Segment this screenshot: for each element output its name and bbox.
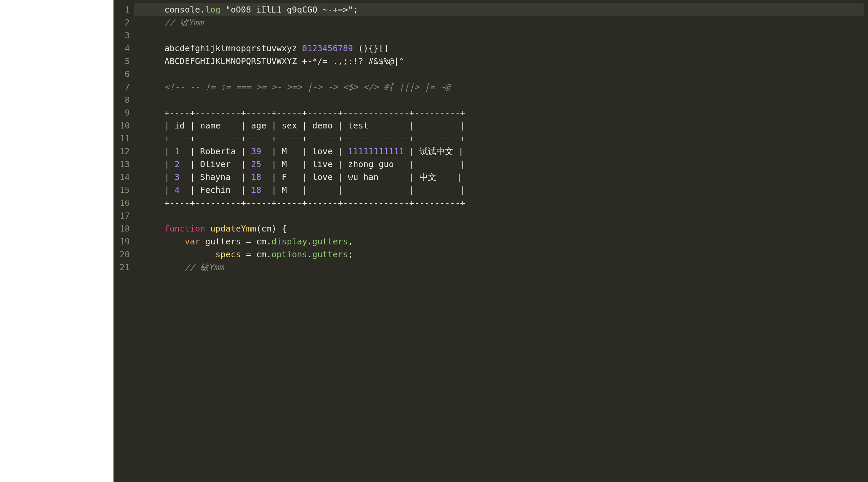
- indent: [144, 159, 164, 169]
- line-number: 15: [113, 184, 134, 197]
- token-property: options: [271, 249, 307, 259]
- table-cell: |: [164, 146, 174, 156]
- code-line[interactable]: | 3 | Shayna | 18 | F | love | wu han | …: [134, 171, 864, 184]
- table-cell: | Roberta |: [180, 146, 251, 156]
- code-line[interactable]: [134, 94, 864, 106]
- line-number: 14: [113, 171, 134, 184]
- indent: [144, 108, 164, 118]
- line-number: 19: [113, 235, 134, 248]
- token-number: 18: [251, 185, 261, 195]
- code-area[interactable]: console.log "oO08 iIlL1 g9qCGQ ~-+=>"; /…: [134, 3, 864, 482]
- token-punc: (cm) {: [256, 224, 287, 234]
- indent: [144, 134, 164, 143]
- code-line[interactable]: [134, 29, 864, 42]
- line-number: 16: [113, 197, 134, 209]
- table-border: +----+---------+-----+-----+------+-----…: [164, 108, 465, 118]
- indent: [144, 185, 164, 195]
- code-line[interactable]: <!-- -- != := === >= >- >=> |-> -> <$> <…: [134, 81, 864, 94]
- token-punc: ;: [353, 5, 358, 15]
- table-cell: | Fechin |: [180, 185, 251, 195]
- token-plain: abcdefghijklmnopqrstuvwxyz: [164, 43, 302, 53]
- indent: [144, 18, 164, 27]
- token-punc: =: [241, 237, 256, 246]
- table-cell: | M | | | |: [261, 185, 465, 195]
- code-line[interactable]: +----+---------+-----+-----+------+-----…: [134, 132, 864, 145]
- line-number: 10: [113, 119, 134, 132]
- indent: [144, 198, 164, 208]
- token-number: 4: [174, 185, 180, 195]
- token-plain: (){}[]: [353, 43, 389, 53]
- token-number: 18: [251, 172, 261, 182]
- token-punc: ;: [348, 249, 353, 259]
- table-cell: | Shayna |: [180, 172, 251, 182]
- token-property: display: [271, 237, 307, 246]
- code-line[interactable]: console.log "oO08 iIlL1 g9qCGQ ~-+=>";: [134, 3, 864, 16]
- table-border: +----+---------+-----+-----+------+-----…: [164, 134, 465, 143]
- app-root: 1 2 3 4 5 6 7 8 9 10 11 12 13 14 15 16 1…: [0, 0, 868, 482]
- token-method: log: [205, 5, 221, 15]
- line-number: 18: [113, 222, 134, 235]
- indent: [144, 172, 164, 182]
- code-line[interactable]: | 4 | Fechin | 18 | M | | | |: [134, 184, 864, 197]
- space: [221, 5, 226, 15]
- line-number: 4: [113, 42, 134, 55]
- code-line[interactable]: // 敏Ymm: [134, 261, 864, 274]
- token-punc: .: [200, 5, 205, 15]
- table-border: +----+---------+-----+-----+------+-----…: [164, 198, 465, 208]
- indent: [144, 237, 185, 246]
- line-number: 5: [113, 55, 134, 68]
- line-number: 7: [113, 81, 134, 94]
- indent: [144, 262, 185, 272]
- token-object: cm: [256, 237, 266, 246]
- token-object: console: [164, 5, 200, 15]
- code-line[interactable]: // 敏Ymm: [134, 16, 864, 29]
- space: [205, 224, 210, 234]
- token-punc: .: [266, 237, 271, 246]
- line-number: 13: [113, 158, 134, 171]
- table-cell: |: [164, 159, 174, 169]
- code-line[interactable]: ABCDEFGHIJKLMNOPQRSTUVWXYZ +-*/= .,;:!? …: [134, 55, 864, 68]
- token-string: "oO08 iIlL1 g9qCGQ ~-+=>": [226, 5, 353, 15]
- token-var: gutters: [205, 237, 241, 246]
- code-line[interactable]: | 1 | Roberta | 39 | M | love | 11111111…: [134, 145, 864, 158]
- indent: [144, 43, 164, 53]
- token-number: 1: [174, 146, 180, 156]
- token-number: 11111111111: [348, 146, 404, 156]
- line-number: 17: [113, 209, 134, 222]
- space: [200, 237, 205, 246]
- token-number: 3: [174, 172, 180, 182]
- code-line[interactable]: __specs = cm.options.gutters;: [134, 248, 864, 261]
- table-cell: | Oliver |: [180, 159, 251, 169]
- code-line[interactable]: var gutters = cm.display.gutters,: [134, 235, 864, 248]
- indent: [144, 82, 164, 92]
- code-line[interactable]: | id | name | age | sex | demo | test | …: [134, 119, 864, 132]
- indent: [144, 249, 205, 259]
- line-number: 6: [113, 68, 134, 81]
- code-editor[interactable]: 1 2 3 4 5 6 7 8 9 10 11 12 13 14 15 16 1…: [113, 0, 868, 482]
- token-comment: <!-- -- != := === >= >- >=> |-> -> <$> <…: [164, 82, 450, 92]
- token-funcname: updateYmm: [210, 224, 256, 234]
- table-header: | id | name | age | sex | demo | test | …: [164, 121, 465, 130]
- token-var: __specs: [205, 249, 241, 259]
- token-comment: // 敏Ymm: [164, 18, 203, 27]
- token-object: cm: [256, 249, 266, 259]
- token-keyword: var: [185, 237, 200, 246]
- line-number: 21: [113, 261, 134, 274]
- token-property: gutters: [312, 249, 348, 259]
- indent: [144, 56, 164, 66]
- indent: [144, 121, 164, 130]
- indent: [144, 5, 164, 15]
- line-number: 11: [113, 132, 134, 145]
- line-number: 20: [113, 248, 134, 261]
- code-line[interactable]: abcdefghijklmnopqrstuvwxyz 0123456789 ()…: [134, 42, 864, 55]
- token-comment: // 敏Ymm: [185, 262, 224, 272]
- table-cell: | M | live | zhong guo | |: [261, 159, 465, 169]
- token-property: gutters: [312, 237, 348, 246]
- code-line[interactable]: | 2 | Oliver | 25 | M | live | zhong guo…: [134, 158, 864, 171]
- code-line[interactable]: [134, 68, 864, 81]
- token-plain: ABCDEFGHIJKLMNOPQRSTUVWXYZ +-*/= .,;:!? …: [164, 56, 404, 66]
- code-line[interactable]: +----+---------+-----+-----+------+-----…: [134, 106, 864, 119]
- code-line[interactable]: +----+---------+-----+-----+------+-----…: [134, 197, 864, 209]
- code-line[interactable]: [134, 209, 864, 222]
- code-line[interactable]: function updateYmm(cm) {: [134, 222, 864, 235]
